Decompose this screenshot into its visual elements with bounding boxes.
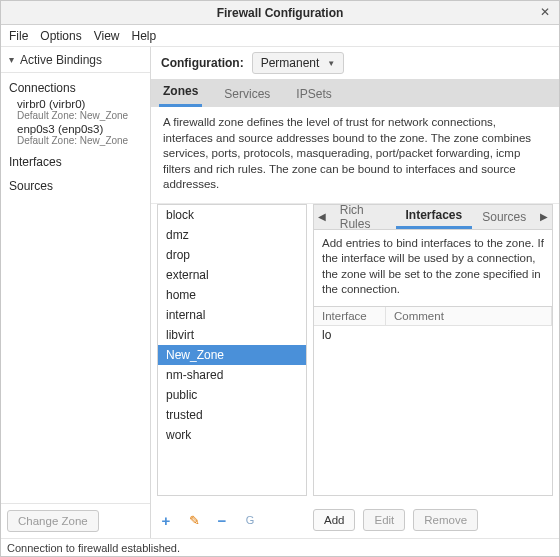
menubar: File Options View Help xyxy=(1,25,559,47)
connection-item[interactable]: enp0s3 (enp0s3) Default Zone: New_Zone xyxy=(9,122,150,147)
subtab-sources[interactable]: Sources xyxy=(472,206,536,228)
edit-button[interactable]: Edit xyxy=(363,509,405,531)
connection-name: virbr0 (virbr0) xyxy=(17,98,150,110)
zone-item[interactable]: work xyxy=(158,425,306,445)
zone-item[interactable]: libvirt xyxy=(158,325,306,345)
scroll-right-icon[interactable]: ▶ xyxy=(536,211,552,222)
sub-tab-strip: ◀ Rich Rules Interfaces Sources ▶ xyxy=(313,204,553,230)
tab-services[interactable]: Services xyxy=(220,82,274,107)
edit-icon[interactable]: ✎ xyxy=(185,511,203,529)
gear-icon[interactable]: G xyxy=(241,511,259,529)
zone-toolbar: + ✎ − G xyxy=(151,511,307,529)
tab-zones[interactable]: Zones xyxy=(159,79,202,107)
col-interface[interactable]: Interface xyxy=(314,307,386,325)
close-icon[interactable]: ✕ xyxy=(537,4,553,20)
add-button[interactable]: Add xyxy=(313,509,355,531)
zone-item[interactable]: external xyxy=(158,265,306,285)
zone-description: A firewalld zone defines the level of tr… xyxy=(151,107,559,204)
top-tab-strip: Zones Services IPSets xyxy=(151,79,559,107)
subtab-rich-rules[interactable]: Rich Rules xyxy=(330,204,396,235)
menu-options[interactable]: Options xyxy=(40,29,81,43)
sidebar: ▾ Active Bindings Connections virbr0 (vi… xyxy=(1,47,151,538)
scroll-left-icon[interactable]: ◀ xyxy=(314,211,330,222)
interfaces-table: Interface Comment lo xyxy=(313,306,553,496)
connection-item[interactable]: virbr0 (virbr0) Default Zone: New_Zone xyxy=(9,97,150,122)
zone-item[interactable]: drop xyxy=(158,245,306,265)
col-comment[interactable]: Comment xyxy=(386,307,552,325)
sidebar-header[interactable]: ▾ Active Bindings xyxy=(1,47,150,73)
menu-view[interactable]: View xyxy=(94,29,120,43)
interfaces-heading[interactable]: Interfaces xyxy=(9,153,150,171)
zone-list[interactable]: blockdmzdropexternalhomeinternallibvirtN… xyxy=(157,204,307,496)
zone-item[interactable]: dmz xyxy=(158,225,306,245)
remove-button[interactable]: Remove xyxy=(413,509,478,531)
configuration-label: Configuration: xyxy=(161,56,244,70)
chevron-down-icon: ▼ xyxy=(327,59,335,68)
configuration-combo[interactable]: Permanent ▼ xyxy=(252,52,345,74)
titlebar: Firewall Configuration ✕ xyxy=(1,1,559,25)
status-bar: Connection to firewalld established. xyxy=(1,538,559,556)
window-title: Firewall Configuration xyxy=(1,6,559,20)
configuration-value: Permanent xyxy=(261,56,320,70)
chevron-down-icon: ▾ xyxy=(9,54,14,65)
minus-icon[interactable]: − xyxy=(213,511,231,529)
zone-item[interactable]: public xyxy=(158,385,306,405)
zone-item[interactable]: New_Zone xyxy=(158,345,306,365)
change-zone-button[interactable]: Change Zone xyxy=(7,510,99,532)
zone-item[interactable]: block xyxy=(158,205,306,225)
interfaces-description: Add entries to bind interfaces to the zo… xyxy=(313,230,553,306)
sources-heading[interactable]: Sources xyxy=(9,177,150,195)
interface-row[interactable]: lo xyxy=(314,326,552,344)
connection-sub: Default Zone: New_Zone xyxy=(17,135,150,146)
zone-item[interactable]: internal xyxy=(158,305,306,325)
connection-sub: Default Zone: New_Zone xyxy=(17,110,150,121)
tab-ipsets[interactable]: IPSets xyxy=(292,82,335,107)
main-panel: Configuration: Permanent ▼ Zones Service… xyxy=(151,47,559,538)
zone-item[interactable]: home xyxy=(158,285,306,305)
connections-heading: Connections xyxy=(9,79,150,97)
sidebar-header-label: Active Bindings xyxy=(20,53,102,67)
zone-item[interactable]: nm-shared xyxy=(158,365,306,385)
menu-file[interactable]: File xyxy=(9,29,28,43)
interface-toolbar: Add Edit Remove xyxy=(307,509,559,531)
interfaces-body[interactable]: lo xyxy=(314,326,552,495)
subtab-interfaces[interactable]: Interfaces xyxy=(396,204,473,229)
connection-name: enp0s3 (enp0s3) xyxy=(17,123,150,135)
plus-icon[interactable]: + xyxy=(157,511,175,529)
zone-item[interactable]: trusted xyxy=(158,405,306,425)
menu-help[interactable]: Help xyxy=(132,29,157,43)
